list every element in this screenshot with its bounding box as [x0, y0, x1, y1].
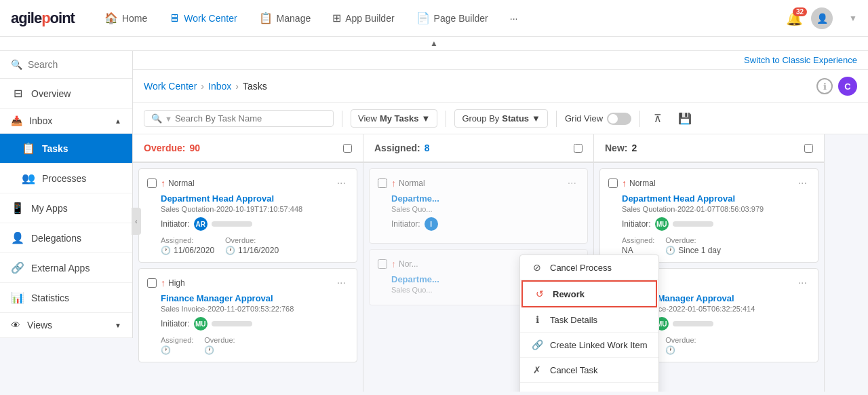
groupby-button[interactable]: Group By Status ▼ — [454, 109, 548, 128]
ctx-rework[interactable]: ↺ Rework — [521, 280, 657, 307]
sidebar-item-overview[interactable]: ⊟ Overview — [0, 79, 132, 109]
sidebar-item-tasks[interactable]: 📋 Tasks — [0, 134, 132, 164]
sidebar-item-processes[interactable]: 👥 Processes — [0, 164, 132, 193]
collapse-bar[interactable]: ▲ — [0, 37, 868, 51]
nav-pagebuilder-label: Page Builder — [434, 13, 488, 24]
breadcrumb-sep-1: › — [201, 81, 204, 92]
initiator-bar — [673, 221, 713, 227]
breadcrumb-inbox[interactable]: Inbox — [208, 81, 231, 92]
nav-appbuilder[interactable]: ⊞ App Builder — [324, 7, 402, 29]
card-menu-button[interactable]: ··· — [795, 276, 810, 290]
sidebar-delegations-label: Delegations — [31, 233, 81, 244]
card-menu-button[interactable]: ··· — [334, 176, 349, 191]
card-subtitle: Sales Quotation-2020-10-19T17:10:57:448 — [161, 205, 349, 213]
kanban-col-overdue: Overdue: 90 ↑ Normal — [133, 134, 363, 392]
switch-classic-link[interactable]: Switch to Classic Experience — [744, 55, 857, 65]
overview-icon: ⊟ — [11, 87, 24, 100]
ctx-cancel-task[interactable]: ✗ Cancel Task — [520, 358, 658, 383]
overdue-col-checkbox[interactable] — [343, 144, 352, 153]
ctx-cancel-task-label: Cancel Task — [550, 365, 598, 375]
breadcrumb: Work Center › Inbox › Tasks ℹ C — [133, 70, 868, 103]
assigned-label: Assigned: — [622, 236, 654, 244]
card-title[interactable]: Finance Manager Approval — [161, 293, 349, 303]
ctx-create-linked[interactable]: 🔗 Create Linked Work Item — [520, 333, 658, 358]
initiator-label: Initiator: — [622, 219, 651, 229]
card-title[interactable]: Departme... — [391, 193, 579, 204]
grid-toggle-switch[interactable] — [607, 113, 631, 125]
card-checkbox[interactable] — [147, 178, 157, 188]
card-menu-button[interactable]: ··· — [565, 176, 579, 191]
overdue-value: 🕐 11/16/2020 — [225, 246, 279, 255]
ctx-add-watchlist[interactable]: ✦ Add To Watchlist — [520, 383, 658, 392]
overdue-value: 🕐 — [665, 345, 696, 355]
delegations-icon: 👤 — [11, 231, 24, 244]
sidebar-item-views[interactable]: 👁 Views ▼ — [0, 313, 132, 338]
table-row: ↑ Normal ··· Department Head Approval Sa… — [599, 168, 818, 263]
nav-home[interactable]: 🏠 Home — [96, 7, 155, 29]
card-title[interactable]: Department Head Approval — [622, 193, 810, 204]
overdue-label: Overdue: — [665, 236, 721, 244]
chevron-down-icon[interactable]: ▼ — [849, 14, 857, 23]
nav-workcenter[interactable]: 🖥 Work Center — [161, 8, 245, 29]
card-priority: ↑ Normal — [622, 178, 656, 189]
groupby-value: Status — [502, 113, 529, 124]
nav-pagebuilder[interactable]: 📄 Page Builder — [408, 7, 496, 29]
priority-label: Normal — [399, 178, 425, 188]
breadcrumb-tasks: Tasks — [243, 81, 267, 92]
content-area: Switch to Classic Experience Work Center… — [133, 51, 868, 392]
card-initiator: Initiator: MU — [161, 317, 349, 331]
search-dropdown-icon[interactable]: ▼ — [165, 115, 172, 123]
card-title[interactable]: Department Head Approval — [161, 193, 349, 204]
card-checkbox[interactable] — [608, 178, 618, 188]
sidebar-container: 🔍 ⊟ Overview 📥 Inbox ▲ 📋 Tasks — [0, 51, 133, 392]
priority-label: High — [168, 278, 185, 288]
sidebar-item-statistics[interactable]: 📊 Statistics — [0, 283, 132, 313]
card-subtitle: Sales Quo... — [391, 205, 579, 213]
user-avatar-nav: 👤 — [811, 7, 833, 29]
ctx-task-details[interactable]: ℹ Task Details — [520, 307, 658, 333]
card-menu-button[interactable]: ··· — [795, 176, 810, 191]
save-button[interactable]: 💾 — [673, 109, 697, 128]
card-initiator: Initiator: AR — [161, 217, 349, 231]
tasks-icon: 📋 — [22, 142, 35, 155]
assigned-date: 11/06/2020 — [174, 246, 214, 255]
sidebar-item-externalapps[interactable]: 🔗 External Apps — [0, 253, 132, 283]
avatar-initials: C — [844, 81, 850, 92]
initiator-label: Initiator: — [161, 219, 190, 229]
new-col-checkbox[interactable] — [804, 144, 813, 153]
card-subtitle: Sales Invoice-2020-11-02T09:53:22:768 — [161, 305, 349, 313]
card-menu-button[interactable]: ··· — [334, 276, 349, 290]
initiator-avatar: I — [425, 217, 438, 231]
priority-up-icon: ↑ — [391, 178, 396, 189]
nav-more[interactable]: ··· — [502, 9, 526, 28]
sidebar-item-inbox[interactable]: 📥 Inbox ▲ — [0, 109, 132, 134]
statistics-icon: 📊 — [11, 291, 24, 304]
card-checkbox[interactable] — [147, 278, 157, 288]
sidebar-item-delegations[interactable]: 👤 Delegations — [0, 223, 132, 253]
view-button[interactable]: View My Tasks ▼ — [351, 109, 437, 128]
overdue-date: 11/16/2020 — [238, 246, 279, 255]
card-checkbox[interactable] — [378, 178, 387, 188]
notification-button[interactable]: 🔔 32 — [786, 10, 803, 26]
inbox-icon: 📥 — [11, 115, 22, 126]
assigned-col-count: 8 — [425, 143, 430, 153]
sidebar-search-input[interactable] — [28, 59, 121, 70]
sidebar-item-overview-label: Overview — [31, 88, 71, 99]
info-icon[interactable]: ℹ — [816, 78, 833, 94]
create-linked-icon: 🔗 — [531, 339, 543, 350]
sidebar-collapse-button[interactable]: ‹ — [132, 208, 141, 235]
assigned-col-checkbox[interactable] — [574, 144, 583, 153]
breadcrumb-workcenter[interactable]: Work Center — [144, 81, 197, 92]
ctx-create-linked-label: Create Linked Work Item — [550, 340, 648, 350]
nav-appbuilder-label: App Builder — [345, 13, 394, 24]
clipboard-icon: 📋 — [259, 12, 273, 24]
card-checkbox[interactable] — [378, 259, 387, 269]
priority-label: Normal — [168, 178, 195, 188]
filter-button[interactable]: ⊼ — [648, 109, 667, 128]
nav-manage[interactable]: 📋 Manage — [251, 7, 319, 29]
ctx-cancel-process[interactable]: ⊘ Cancel Process — [520, 255, 658, 280]
task-search-input[interactable] — [175, 113, 326, 124]
search-icon: 🔍 — [151, 113, 162, 124]
sidebar-item-myapps[interactable]: 📱 My Apps — [0, 193, 132, 223]
initiator-avatar: MU — [655, 217, 669, 231]
